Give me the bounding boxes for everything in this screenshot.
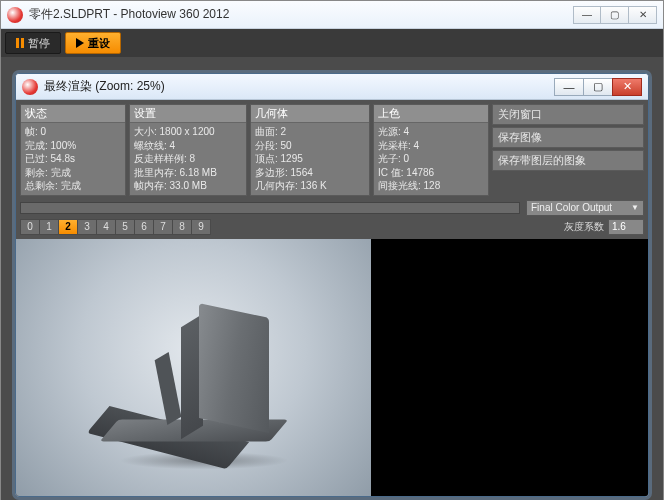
workspace: 最终渲染 (Zoom: 25%) — ▢ ✕ 状态 帧: 0 完成: 100% … xyxy=(1,57,663,500)
progress-row: Final Color Output ▼ xyxy=(20,200,644,216)
maximize-button[interactable]: ▢ xyxy=(601,6,629,24)
chevron-down-icon: ▼ xyxy=(631,203,639,212)
rendered-model xyxy=(99,292,289,482)
geometry-row: 几何内存: 136 K xyxy=(255,179,365,193)
side-buttons: 关闭窗口 保存图像 保存带图层的图象 xyxy=(492,104,644,196)
settings-row: 螺纹线: 4 xyxy=(134,139,242,153)
frame-button-0[interactable]: 0 xyxy=(20,219,40,235)
play-icon xyxy=(76,38,84,48)
geometry-panel-body: 曲面: 2 分段: 50 顶点: 1295 多边形: 1564 几何内存: 13… xyxy=(251,123,369,195)
panels-row: 状态 帧: 0 完成: 100% 已过: 54.8s 剩余: 完成 总剩余: 完… xyxy=(20,104,644,196)
settings-row: 帧内存: 33.0 MB xyxy=(134,179,242,193)
status-row: 已过: 54.8s xyxy=(25,152,121,166)
render-window: 最终渲染 (Zoom: 25%) — ▢ ✕ 状态 帧: 0 完成: 100% … xyxy=(15,73,649,497)
frames-row: 0123456789 灰度系数 1.6 xyxy=(20,219,644,235)
pause-icon xyxy=(16,38,24,48)
settings-row: 大小: 1800 x 1200 xyxy=(134,125,242,139)
output-dropdown-value: Final Color Output xyxy=(531,202,612,213)
gamma-input[interactable]: 1.6 xyxy=(608,219,644,235)
minimize-button[interactable]: — xyxy=(573,6,601,24)
geometry-row: 多边形: 1564 xyxy=(255,166,365,180)
reset-label: 重设 xyxy=(88,36,110,51)
settings-row: 批里内存: 6.18 MB xyxy=(134,166,242,180)
status-row: 帧: 0 xyxy=(25,125,121,139)
status-panel-header: 状态 xyxy=(21,105,125,123)
geometry-panel: 几何体 曲面: 2 分段: 50 顶点: 1295 多边形: 1564 几何内存… xyxy=(250,104,370,196)
geometry-row: 分段: 50 xyxy=(255,139,365,153)
close-window-button[interactable]: 关闭窗口 xyxy=(492,104,644,125)
app-icon xyxy=(7,7,23,23)
tint-panel-header: 上色 xyxy=(374,105,488,123)
frame-button-9[interactable]: 9 xyxy=(191,219,211,235)
frame-button-8[interactable]: 8 xyxy=(172,219,192,235)
render-app-icon xyxy=(22,79,38,95)
status-panel: 状态 帧: 0 完成: 100% 已过: 54.8s 剩余: 完成 总剩余: 完… xyxy=(20,104,126,196)
main-toolbar: 暂停 重设 xyxy=(1,29,663,57)
render-area xyxy=(16,239,648,498)
tint-row: 间接光线: 128 xyxy=(378,179,484,193)
render-blackout xyxy=(371,239,648,498)
close-button[interactable]: ✕ xyxy=(629,6,657,24)
window-title: 零件2.SLDPRT - Photoview 360 2012 xyxy=(29,6,573,23)
output-dropdown[interactable]: Final Color Output ▼ xyxy=(526,200,644,216)
frame-button-5[interactable]: 5 xyxy=(115,219,135,235)
render-maximize-button[interactable]: ▢ xyxy=(583,78,613,96)
settings-panel: 设置 大小: 1800 x 1200 螺纹线: 4 反走样样例: 8 批里内存:… xyxy=(129,104,247,196)
save-layered-image-button[interactable]: 保存带图层的图象 xyxy=(492,150,644,171)
tint-panel: 上色 光源: 4 光采样: 4 光子: 0 IC 值: 14786 间接光线: … xyxy=(373,104,489,196)
settings-panel-header: 设置 xyxy=(130,105,246,123)
window-controls: — ▢ ✕ xyxy=(573,6,657,24)
tint-row: 光采样: 4 xyxy=(378,139,484,153)
pause-button[interactable]: 暂停 xyxy=(5,32,61,54)
render-window-controls: — ▢ ✕ xyxy=(554,78,642,96)
render-title: 最终渲染 (Zoom: 25%) xyxy=(44,78,554,95)
tint-row: 光子: 0 xyxy=(378,152,484,166)
tint-panel-body: 光源: 4 光采样: 4 光子: 0 IC 值: 14786 间接光线: 128 xyxy=(374,123,488,195)
render-minimize-button[interactable]: — xyxy=(554,78,584,96)
outer-titlebar[interactable]: 零件2.SLDPRT - Photoview 360 2012 — ▢ ✕ xyxy=(1,1,663,29)
frame-button-4[interactable]: 4 xyxy=(96,219,116,235)
tint-row: IC 值: 14786 xyxy=(378,166,484,180)
frame-buttons: 0123456789 xyxy=(20,219,210,235)
reset-button[interactable]: 重设 xyxy=(65,32,121,54)
frame-button-3[interactable]: 3 xyxy=(77,219,97,235)
settings-panel-body: 大小: 1800 x 1200 螺纹线: 4 反走样样例: 8 批里内存: 6.… xyxy=(130,123,246,195)
status-panel-body: 帧: 0 完成: 100% 已过: 54.8s 剩余: 完成 总剩余: 完成 xyxy=(21,123,125,195)
status-row: 总剩余: 完成 xyxy=(25,179,121,193)
frame-button-7[interactable]: 7 xyxy=(153,219,173,235)
tint-row: 光源: 4 xyxy=(378,125,484,139)
render-close-button[interactable]: ✕ xyxy=(612,78,642,96)
geometry-row: 顶点: 1295 xyxy=(255,152,365,166)
outer-window: 零件2.SLDPRT - Photoview 360 2012 — ▢ ✕ 暂停… xyxy=(0,0,664,500)
progress-bar xyxy=(20,202,520,214)
geometry-row: 曲面: 2 xyxy=(255,125,365,139)
render-titlebar[interactable]: 最终渲染 (Zoom: 25%) — ▢ ✕ xyxy=(16,74,648,100)
panel-area: 状态 帧: 0 完成: 100% 已过: 54.8s 剩余: 完成 总剩余: 完… xyxy=(16,100,648,239)
save-image-button[interactable]: 保存图像 xyxy=(492,127,644,148)
frame-button-6[interactable]: 6 xyxy=(134,219,154,235)
settings-row: 反走样样例: 8 xyxy=(134,152,242,166)
render-viewport[interactable] xyxy=(16,239,371,498)
geometry-panel-header: 几何体 xyxy=(251,105,369,123)
pause-label: 暂停 xyxy=(28,36,50,51)
gamma-label: 灰度系数 xyxy=(564,220,604,234)
status-row: 完成: 100% xyxy=(25,139,121,153)
status-row: 剩余: 完成 xyxy=(25,166,121,180)
frame-button-2[interactable]: 2 xyxy=(58,219,78,235)
frame-button-1[interactable]: 1 xyxy=(39,219,59,235)
